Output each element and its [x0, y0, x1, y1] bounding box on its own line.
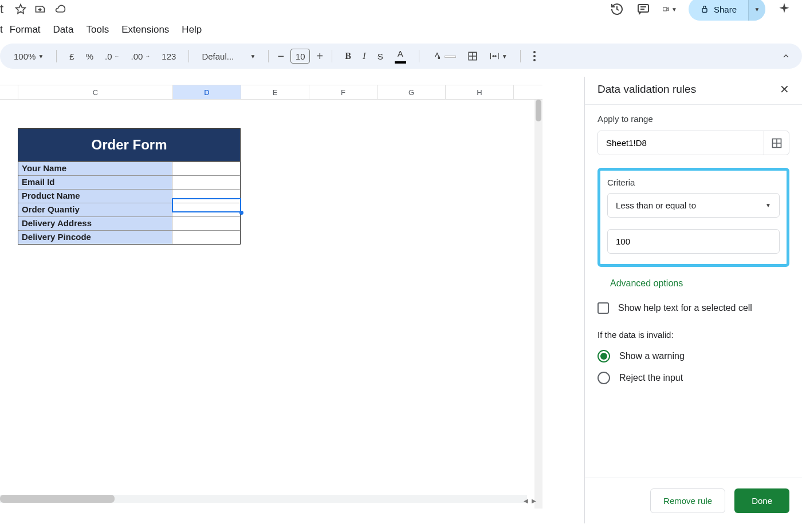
- scrollbar-thumb[interactable]: [0, 495, 115, 503]
- borders-button[interactable]: [463, 49, 482, 64]
- font-size-input[interactable]: 10: [290, 49, 310, 64]
- fill-color-underline: [445, 56, 456, 58]
- svg-marker-0: [16, 5, 26, 14]
- font-family-dropdown[interactable]: Defaul... ▼: [197, 49, 260, 64]
- fill-color-button[interactable]: [427, 49, 461, 63]
- sheet-nav-left-icon[interactable]: ◀: [522, 498, 530, 504]
- menu-data[interactable]: Data: [53, 24, 74, 36]
- range-input[interactable]: [598, 131, 760, 155]
- grid-body[interactable]: Order Form Your Name Email Id Product Na…: [0, 100, 542, 509]
- criteria-label: Criteria: [607, 178, 780, 187]
- fill-handle[interactable]: [239, 211, 243, 215]
- chevron-down-icon: ▼: [502, 53, 508, 60]
- text-color-underline: [395, 61, 406, 64]
- sheet-nav-right-icon[interactable]: ▶: [530, 498, 538, 504]
- table-row: Delivery Pincode: [18, 230, 240, 244]
- toolbar-separator: [188, 50, 189, 62]
- more-toolbar-button[interactable]: [529, 49, 540, 64]
- strikethrough-button[interactable]: S: [373, 49, 388, 64]
- remove-rule-button[interactable]: Remove rule: [650, 488, 725, 513]
- increase-font-size-button[interactable]: +: [316, 50, 324, 63]
- more-formats-button[interactable]: 123: [157, 49, 180, 64]
- help-text-checkbox-label: Show help text for a selected cell: [618, 303, 752, 313]
- meet-button[interactable]: ▼: [662, 2, 677, 17]
- criteria-dropdown[interactable]: Less than or equal to ▼: [607, 193, 780, 218]
- gemini-icon[interactable]: [777, 2, 792, 17]
- select-all-corner[interactable]: [0, 85, 18, 99]
- chevron-down-icon: ▼: [671, 6, 677, 13]
- order-form-table: Order Form Your Name Email Id Product Na…: [18, 128, 241, 245]
- decrease-font-size-button[interactable]: −: [277, 50, 285, 63]
- toolbar-separator: [332, 50, 332, 62]
- toolbar-separator: [268, 50, 269, 62]
- table-row: Your Name: [18, 161, 240, 175]
- help-text-checkbox[interactable]: [597, 302, 609, 314]
- table-row: Delivery Address: [18, 216, 240, 230]
- radio-reject-input-row: Reject the input: [597, 372, 789, 384]
- apply-to-range-label: Apply to range: [597, 114, 789, 124]
- close-panel-button[interactable]: ✕: [780, 82, 789, 96]
- column-header-e[interactable]: E: [241, 85, 309, 99]
- percent-format-button[interactable]: %: [81, 49, 98, 64]
- increase-decimal-button[interactable]: .00→: [126, 49, 155, 64]
- advanced-options-toggle[interactable]: Advanced options: [610, 278, 789, 289]
- form-value-cell[interactable]: [172, 176, 240, 189]
- share-dropdown[interactable]: ▼: [748, 0, 765, 21]
- radio-show-warning[interactable]: [597, 350, 610, 362]
- italic-button[interactable]: I: [358, 48, 371, 64]
- zoom-dropdown[interactable]: 100% ▼: [9, 49, 48, 64]
- form-value-cell[interactable]: [172, 162, 240, 175]
- svg-point-11: [533, 55, 536, 57]
- form-value-cell[interactable]: [172, 231, 240, 244]
- svg-rect-6: [702, 9, 707, 13]
- chevron-down-icon: ▼: [38, 53, 44, 60]
- column-header-h[interactable]: H: [446, 85, 514, 99]
- radio-reject-input[interactable]: [597, 372, 610, 384]
- sheet-nav-arrows[interactable]: ◀ ▶: [522, 498, 539, 504]
- cloud-status-icon[interactable]: [54, 3, 66, 15]
- doc-name-fragment[interactable]: t: [0, 2, 3, 17]
- invalid-data-label: If the data is invalid:: [597, 330, 789, 340]
- title-bar: t ▼ Share ▼: [0, 0, 802, 18]
- chevron-down-icon: ▼: [250, 53, 255, 60]
- vertical-scrollbar[interactable]: [534, 100, 542, 509]
- column-header-c[interactable]: C: [18, 85, 173, 99]
- column-header-g[interactable]: G: [378, 85, 446, 99]
- form-label-name: Your Name: [18, 162, 172, 175]
- menu-extensions[interactable]: Extensions: [121, 24, 169, 36]
- comments-icon[interactable]: [636, 2, 651, 17]
- select-range-icon[interactable]: [764, 131, 789, 155]
- done-button[interactable]: Done: [734, 488, 789, 513]
- currency-format-button[interactable]: £: [65, 49, 78, 64]
- table-row: Product Name: [18, 189, 240, 203]
- menu-truncated[interactable]: t: [0, 24, 3, 36]
- form-value-cell[interactable]: [172, 203, 240, 216]
- menu-help[interactable]: Help: [182, 24, 202, 36]
- decrease-decimal-button[interactable]: .0←: [100, 49, 124, 64]
- criteria-value-input[interactable]: [607, 229, 780, 254]
- bold-button[interactable]: B: [340, 49, 356, 64]
- version-history-icon[interactable]: [610, 2, 624, 17]
- column-header-d[interactable]: D: [173, 85, 241, 99]
- form-value-cell[interactable]: [172, 190, 240, 203]
- horizontal-scrollbar[interactable]: [0, 495, 527, 503]
- table-row: Email Id: [18, 175, 240, 189]
- move-icon[interactable]: [34, 3, 46, 15]
- menu-format[interactable]: Format: [10, 24, 41, 36]
- svg-rect-4: [663, 7, 667, 11]
- column-header-f[interactable]: F: [309, 85, 378, 99]
- font-size-group: − 10 +: [277, 49, 324, 64]
- svg-marker-5: [667, 7, 669, 10]
- collapse-toolbar-button[interactable]: [781, 52, 791, 61]
- scrollbar-thumb[interactable]: [536, 100, 541, 121]
- form-label-address: Delivery Address: [18, 217, 172, 230]
- share-button[interactable]: Share: [689, 0, 748, 21]
- form-value-cell[interactable]: [172, 217, 240, 230]
- merge-cells-button[interactable]: ▼: [485, 49, 512, 64]
- form-label-email: Email Id: [18, 176, 172, 189]
- menu-tools[interactable]: Tools: [87, 24, 109, 36]
- help-text-checkbox-row: Show help text for a selected cell: [597, 302, 789, 314]
- star-icon[interactable]: [15, 3, 26, 15]
- chevron-down-icon: ▼: [754, 6, 760, 13]
- text-color-button[interactable]: A: [390, 46, 411, 66]
